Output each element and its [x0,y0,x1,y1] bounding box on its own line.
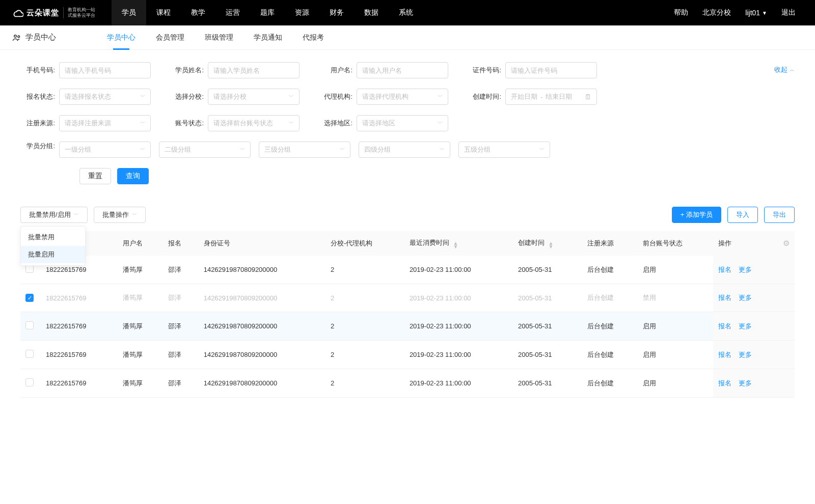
table-row[interactable]: 18222615769潘筠厚邵泽142629198708092000002201… [20,341,795,369]
op-enroll[interactable]: 报名 [718,351,731,358]
row-checkbox[interactable] [25,321,34,329]
table-body: 18222615769潘筠厚邵泽142629198708092000002201… [20,256,795,398]
filter-select[interactable]: 请选择报名状态﹀ [59,89,151,105]
op-more[interactable]: 更多 [739,379,752,387]
op-more[interactable]: 更多 [739,351,752,358]
op-enroll[interactable]: 报名 [718,322,731,330]
row-checkbox[interactable] [25,378,34,386]
date-start: 开始日期 [511,92,537,101]
cell-idno: 14262919870809200000 [199,312,325,341]
filter-input[interactable] [357,62,448,78]
logo[interactable]: 云朵课堂 教育机构一站 式服务云平台 [12,7,95,18]
op-more[interactable]: 更多 [739,322,752,330]
th-status[interactable]: 前台账号状态 [638,231,713,256]
students-table: 用户名 报名 身份证号 分校-代理机构 最近消费时间 ▲▼ 创建时间 ▲▼ 注册… [20,231,795,398]
reset-button[interactable]: 重置 [79,168,111,184]
sub-nav-item-4[interactable]: 代报考 [292,25,334,50]
sort-icon[interactable]: ▲▼ [549,241,554,248]
cell-source: 后台创建 [582,312,638,341]
filter-field: 选择分校:请选择分校﹀ [169,89,300,105]
batch-ops-button[interactable]: 批量操作 ﹀ [94,207,146,223]
row-checkbox[interactable] [25,294,34,302]
collapse-toggle[interactable]: 收起 ︿ [774,65,795,74]
nav-item-0[interactable]: 学员 [112,0,146,25]
sub-nav-item-1[interactable]: 会员管理 [146,25,195,50]
batch-toggle-button[interactable]: 批量禁用/启用 ﹀ [20,207,88,223]
date-range-input[interactable]: 开始日期-结束日期🗓 [505,89,597,105]
nav-help[interactable]: 帮助 [667,0,695,25]
cell-last-consume: 2019-02-23 11:00:00 [404,369,513,398]
menu-batch-disable[interactable]: 批量禁用 [21,229,85,246]
filter-select[interactable]: 请选择代理机构﹀ [357,89,448,105]
nav-item-2[interactable]: 教学 [181,0,215,25]
nav-item-7[interactable]: 数据 [354,0,389,25]
nav-item-4[interactable]: 题库 [250,0,285,25]
table-row[interactable]: 18222615769潘筠厚邵泽142629198708092000002201… [20,256,795,284]
table-row[interactable]: 18222615769潘筠厚邵泽142629198708092000002201… [20,312,795,341]
filter-field: 账号状态:请选择前台账号状态﹀ [169,115,300,131]
filter-input[interactable] [59,62,151,78]
sort-icon[interactable]: ▲▼ [453,241,458,248]
export-button[interactable]: 导出 [764,207,795,223]
op-more[interactable]: 更多 [739,266,752,273]
nav-user-label: lijt01 [745,9,760,17]
th-source[interactable]: 注册来源 [582,231,638,256]
import-button[interactable]: 导入 [727,207,758,223]
logo-subtitle: 教育机构一站 式服务云平台 [63,7,95,18]
sub-nav-item-2[interactable]: 班级管理 [195,25,243,50]
chevron-down-icon: ﹀ [438,93,443,100]
filter-field: 选择地区:请选择地区﹀ [318,115,448,131]
group-select-2[interactable]: 二级分组﹀ [159,142,251,158]
filter-field: 证件号码: [467,62,597,78]
collapse-label: 收起 [774,65,787,74]
th-enroll[interactable]: 报名 [163,231,199,256]
row-checkbox[interactable] [25,350,34,358]
filter-select[interactable]: 请选择分校﹀ [208,89,300,105]
op-enroll[interactable]: 报名 [718,294,731,301]
sub-nav-title: 学员中心 [12,33,56,42]
th-username[interactable]: 用户名 [118,231,163,256]
menu-batch-enable[interactable]: 批量启用 [21,246,85,263]
group-select-3[interactable]: 三级分组﹀ [259,142,350,158]
th-created[interactable]: 创建时间 ▲▼ [513,231,582,256]
filter-buttons: 重置 查询 [20,168,795,184]
nav-user[interactable]: lijt01 ▼ [738,0,774,25]
nav-logout[interactable]: 退出 [774,0,803,25]
th-last-consume[interactable]: 最近消费时间 ▲▼ [404,231,513,256]
op-enroll[interactable]: 报名 [718,379,731,387]
cell-checkbox [20,369,41,398]
group-select-4[interactable]: 四级分组﹀ [359,142,450,158]
cell-ops: 报名更多 [713,341,795,369]
cell-last-consume: 2019-02-23 11:00:00 [404,256,513,284]
th-idno[interactable]: 身份证号 [199,231,325,256]
filter-input[interactable] [208,62,300,78]
filter-select[interactable]: 请选择注册来源﹀ [59,115,151,131]
nav-item-5[interactable]: 资源 [285,0,319,25]
row-checkbox[interactable] [25,265,34,273]
select-placeholder: 二级分组 [165,145,240,154]
sub-nav-item-0[interactable]: 学员中心 [97,25,146,50]
gear-icon[interactable]: ⚙ [783,239,790,248]
table-row[interactable]: 18222615769潘筠厚邵泽142629198708092000002201… [20,284,795,312]
nav-item-8[interactable]: 系统 [389,0,423,25]
add-student-button[interactable]: + 添加学员 [672,207,721,223]
filter-field: 创建时间:开始日期-结束日期🗓 [467,89,597,105]
nav-item-6[interactable]: 财务 [319,0,354,25]
op-enroll[interactable]: 报名 [718,266,731,273]
select-placeholder: 请选择前台账号状态 [213,119,289,128]
sub-nav-item-3[interactable]: 学员通知 [243,25,292,50]
th-last-consume-label: 最近消费时间 [410,239,449,246]
users-icon [12,33,21,42]
group-select-5[interactable]: 五级分组﹀ [458,142,550,158]
filter-select[interactable]: 请选择地区﹀ [357,115,448,131]
table-row[interactable]: 18222615769潘筠厚邵泽142629198708092000002201… [20,369,795,398]
filter-select[interactable]: 请选择前台账号状态﹀ [208,115,300,131]
filter-input[interactable] [505,62,597,78]
nav-item-1[interactable]: 课程 [146,0,181,25]
op-more[interactable]: 更多 [739,294,752,301]
group-select-1[interactable]: 一级分组﹀ [59,142,151,158]
nav-branch[interactable]: 北京分校 [695,0,738,25]
th-branch[interactable]: 分校-代理机构 [325,231,404,256]
query-button[interactable]: 查询 [117,168,149,184]
nav-item-3[interactable]: 运营 [215,0,250,25]
